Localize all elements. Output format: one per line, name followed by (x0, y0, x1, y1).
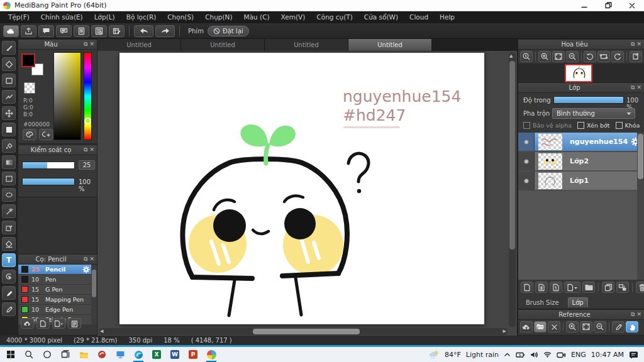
lasso-select-tool[interactable] (2, 188, 16, 202)
brush-list-scrollbar[interactable] (91, 265, 97, 325)
close-icon[interactable]: ✕ (636, 41, 641, 47)
alpha-protect-checkbox[interactable] (523, 122, 530, 129)
rotate-ccw-button[interactable] (584, 51, 596, 62)
eraser-pen-tool[interactable] (2, 286, 16, 300)
taskbar-temperature[interactable]: 84°F (445, 351, 461, 359)
rotate-cw-button[interactable] (611, 51, 624, 62)
popout-icon[interactable]: ⧉ (84, 256, 87, 262)
menu-color[interactable]: Màu (C) (238, 11, 275, 23)
palette-button[interactable] (23, 129, 36, 140)
battery-icon[interactable] (516, 351, 525, 358)
popout-icon[interactable]: ⧉ (631, 312, 635, 317)
brush-row-pen[interactable]: 10 Pen (18, 275, 97, 285)
reference-close-button[interactable] (548, 321, 560, 332)
zoom-in-button[interactable] (538, 51, 551, 62)
eraser-tool[interactable] (2, 57, 16, 71)
clipping-checkbox[interactable] (577, 122, 584, 129)
scroll-up-arrow[interactable]: ▲ (509, 53, 513, 58)
brush-settings-gear-icon[interactable] (82, 266, 90, 273)
chat-button[interactable] (38, 25, 54, 37)
wifi-icon[interactable] (543, 351, 552, 358)
text-tool[interactable]: T (2, 253, 16, 267)
canvas-vertical-scrollbar[interactable]: ▲ (509, 52, 516, 327)
popout-icon[interactable]: ⧉ (84, 41, 87, 47)
add-8bit-layer-button[interactable] (535, 282, 548, 293)
layer-row-lop2[interactable]: Lớp2 (518, 152, 644, 172)
excel-button[interactable]: X (152, 349, 162, 359)
menu-layer[interactable]: Lớp(L) (89, 11, 121, 23)
close-icon[interactable]: ✕ (89, 147, 94, 153)
task-view-button[interactable] (60, 349, 70, 359)
close-icon[interactable]: ✕ (89, 256, 94, 262)
move-tool[interactable] (2, 106, 16, 120)
reference-zoom-out-button[interactable] (594, 321, 606, 332)
select-eraser-tool[interactable] (2, 237, 16, 251)
hue-bar[interactable] (84, 52, 92, 140)
lock-checkbox[interactable] (616, 122, 623, 129)
zoom-100-button[interactable] (520, 51, 533, 62)
menu-cloud[interactable]: Cloud (404, 11, 434, 23)
restore-button[interactable] (596, 0, 620, 11)
horizontal-scroll-thumb[interactable] (253, 329, 360, 334)
comment-button[interactable] (56, 25, 72, 37)
brush-add-button[interactable] (36, 318, 50, 329)
figure-fill-tool[interactable] (2, 123, 16, 136)
menu-view[interactable]: Xem(V) (275, 11, 311, 23)
scroll-left-arrow[interactable]: ◀ (100, 329, 103, 334)
reference-open-button[interactable] (534, 321, 547, 332)
brush-add-dropdown-button[interactable] (52, 318, 65, 329)
add-layer-button[interactable] (521, 282, 533, 293)
menu-tools[interactable]: Công cụ(T) (311, 11, 358, 23)
layer-folder-button[interactable] (582, 282, 595, 293)
doc-tab-4-active[interactable]: Untitled (348, 39, 432, 51)
merge-layer-button[interactable] (616, 282, 629, 293)
operation-select-tool[interactable] (2, 270, 16, 283)
reference-hand-button[interactable] (626, 321, 638, 332)
cloud-button[interactable] (3, 25, 19, 37)
polyline-tool[interactable] (2, 90, 16, 104)
blend-mode-dropdown[interactable]: Bình thường (552, 108, 635, 119)
taskbar-search-button[interactable] (24, 349, 34, 359)
redo-button[interactable] (155, 25, 175, 37)
vertical-scroll-thumb[interactable] (509, 61, 515, 250)
scroll-right-arrow[interactable]: ▶ (503, 329, 506, 334)
rectangle-tool[interactable] (2, 74, 16, 87)
bucket-tool[interactable] (2, 139, 16, 153)
layer-opacity-slider[interactable] (553, 96, 624, 104)
foreground-color-swatch[interactable] (21, 53, 35, 67)
menu-file[interactable]: Tệp(F) (3, 11, 35, 23)
navigator-thumbnail[interactable]: ≈ (565, 64, 592, 82)
tab-layer[interactable]: Lớp (568, 297, 588, 307)
doc-tab-2[interactable]: Untitled (181, 39, 265, 51)
saturation-value-picker[interactable] (53, 52, 81, 140)
menu-edit[interactable]: Chỉnh sửa(E) (35, 11, 89, 23)
notification-icon[interactable] (629, 351, 639, 359)
cortana-button[interactable] (42, 349, 52, 359)
undo-button[interactable] (134, 25, 153, 37)
meet-now-icon[interactable] (557, 351, 566, 358)
layer-row-nguyenhue154[interactable]: nguyenhue154 (518, 133, 644, 152)
transparent-color-swatch[interactable] (24, 82, 35, 94)
layer-row-lop1[interactable]: Lớp1 (518, 172, 644, 191)
add-special-layer-button[interactable] (564, 282, 580, 293)
eyedropper-tool[interactable] (2, 302, 16, 316)
edge-browser-button[interactable] (133, 349, 143, 359)
popout-icon[interactable]: ⧉ (631, 85, 635, 90)
menu-help[interactable]: Help (434, 11, 460, 23)
file-explorer-button[interactable] (79, 349, 89, 359)
tray-chevron-icon[interactable] (504, 351, 511, 358)
duplicate-layer-button[interactable] (602, 282, 614, 293)
marquee-select-tool[interactable] (2, 172, 16, 185)
brush-opacity-slider[interactable] (22, 178, 75, 185)
grid-edit-button[interactable] (109, 25, 125, 37)
list-button[interactable] (91, 25, 107, 37)
gradient-tool[interactable] (2, 155, 16, 169)
doc-tab-1[interactable]: Untitled (97, 39, 181, 51)
reference-fit-button[interactable] (580, 321, 592, 332)
reset-view-button[interactable] (597, 51, 610, 62)
close-button[interactable] (620, 0, 644, 11)
close-icon[interactable]: ✕ (636, 85, 641, 90)
tab-brush-size[interactable]: Brush Size (522, 298, 563, 307)
delete-layer-button[interactable] (636, 282, 644, 293)
powerpoint-button[interactable]: P (188, 349, 198, 359)
